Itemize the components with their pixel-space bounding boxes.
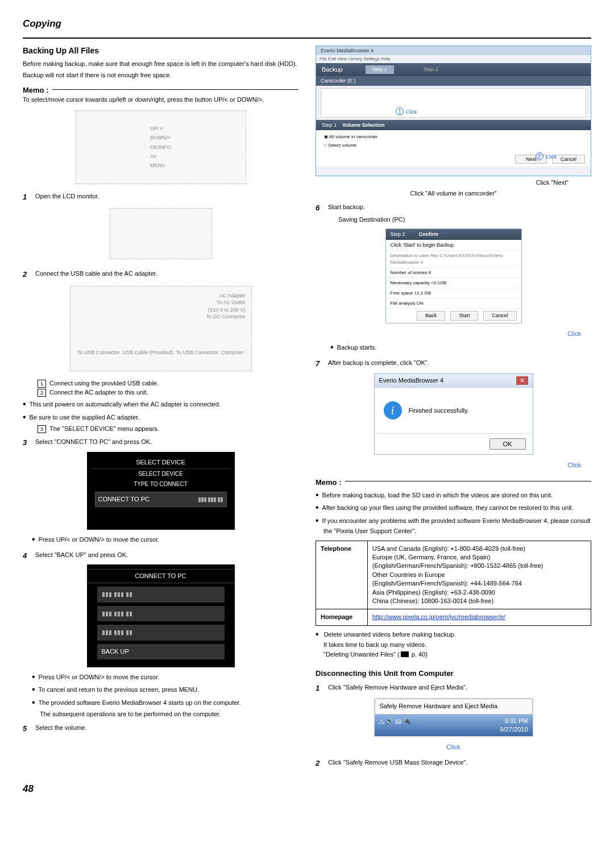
dc-label: To DC Connector [76,313,246,321]
back-button[interactable]: Back [417,311,445,321]
right-column: Everio MediaBrowser 4 File Edit View Lib… [316,45,591,771]
menu-button-label: MENU [150,161,171,170]
opt-all-volume[interactable]: ◉ All volume in camcorder [324,134,583,140]
backing-up-title: Backing Up All Files [23,45,298,57]
info-icon: i [384,401,402,420]
step1-tab[interactable]: Step 1 [366,65,394,74]
header-rule [23,38,591,39]
intro-2: Backup will not start if there is not en… [23,71,298,80]
lcd2-row-1[interactable]: ▮▮▮ ▮▮▮ ▮▮ [97,587,225,602]
tray-date: 9/27/2010 [500,726,528,733]
step-7-text: After backup is complete, click "OK". [328,359,591,369]
confirm-l2: Destination to save files C:\Users\XXXXX… [386,251,521,267]
click-next-caption: Click "Next" [316,178,591,187]
step-1-text: Open the LCD monitor. [35,192,298,202]
vol-sel-label: Volume Selection [342,122,384,128]
confirm-step2: Step 2 [391,231,405,238]
step4-bullet-1: Press UP/< or DOWN/> to move the cursor. [40,671,298,683]
step2-tab[interactable]: Step 2 [417,65,445,74]
lcd2-row-2[interactable]: ▮▮▮ ▮▮▮ ▮▮ [97,606,225,621]
substep-1: Connect using the provided USB cable. [49,380,159,387]
intro-1: Before making backup, make sure that eno… [23,60,298,68]
tray-time: 9:31 PM [505,717,528,724]
click-anno-ok: Click [316,459,591,471]
memo-label: Memo : [23,85,49,95]
step-4-num: 4 [23,551,35,561]
close-icon[interactable]: ✕ [516,376,528,385]
confirm-l6: File analysis ON [386,298,521,309]
start-button[interactable]: Start [450,311,478,321]
step-2-num: 2 [23,269,35,280]
backup-title: Backup [322,65,343,74]
step-4-text: Select "BACK UP" and press OK. [35,551,298,561]
memo-heading-row: Memo : [23,85,298,95]
telephone-value: USA and Canada (English): +1-800-458-402… [367,541,591,609]
click-anno-tray: Click [316,741,591,753]
lcd2-row-3[interactable]: ▮▮▮ ▮▮▮ ▮▮ [97,625,225,640]
step-1-num: 1 [23,192,35,202]
lcd1-sub1: SELECT DEVICE [92,469,230,479]
okinfo-button-label: OK/INFO [150,143,171,152]
up-button-label: UP/ < [150,124,171,133]
memo-heading-row-2: Memo : [316,477,591,488]
after-table-b1: Delete unwanted videos before making bac… [323,628,591,650]
backup-starts-bullet: Backup starts. [338,341,591,354]
confirm-l5: Free space 11.2 GB [386,288,521,298]
down-button-label: DOWN/> [150,133,171,142]
click-anno-start: Click [316,328,591,340]
lcd1-header: SELECT DEVICE [92,456,230,469]
homepage-link[interactable]: http://www.pixela.co.jp/oem/jvc/mediabro… [372,613,505,620]
dialog-message: Finished successfully. [409,406,469,415]
step-3-num: 3 [23,438,35,448]
disc-step-1-text: Click "Safely Remove Hardware and Eject … [328,683,591,693]
substep-1-num: 1 [38,380,46,388]
ok-button[interactable]: OK [489,438,526,450]
computer-label: Computer [221,349,244,356]
memo-label-2: Memo : [316,477,342,488]
page-number: 48 [23,782,591,796]
step-2-text: Connect the USB cable and the AC adapter… [35,269,298,280]
connect-to-pc-row[interactable]: CONNECT TO PC ▮▮▮ ▮▮▮ ▮▮ [95,492,227,507]
deleting-ref: "Deleting Unwanted Files" ( p. 40) [316,650,591,659]
saving-destination-label: Saving Destination (PC) [338,215,591,224]
homepage-label: Homepage [316,609,368,625]
substep-2-num: 2 [38,389,46,397]
left-column: Backing Up All Files Before making backu… [23,45,298,771]
memo-text: To select/move cursor towards up/left or… [23,95,298,104]
select-device-menu: SELECT DEVICE SELECT DEVICE TYPE TO CONN… [87,452,235,530]
step4-bullet-3: The provided software Everio MediaBrowse… [40,696,298,709]
dialog-title: Everio MediaBrowser 4 [379,376,444,385]
backup-row[interactable]: BACK UP [97,644,225,659]
tray-balloon[interactable]: Safely Remove Hardware and Eject Media [375,699,533,714]
reference-icon [401,651,409,657]
confirm-dialog-screenshot: Step 2Confirm Click 'Start' to begin Bac… [385,229,522,323]
menubar: File Edit View Library Settings Help [316,55,591,63]
thumbnail-pane [321,88,586,118]
disc-step-2-num: 2 [316,758,328,769]
ac-adapter-label: AC Adapter [76,292,246,300]
lcd1-sub2: TYPE TO CONNECT [92,479,230,489]
substep-3-num: 3 [38,425,46,433]
system-tray-figure: Safely Remove Hardware and Eject Media △… [374,698,533,737]
cancel-button[interactable]: Cancel [552,155,585,164]
open-lcd-figure [23,208,298,261]
substep-2: Connect the AC adapter to this unit. [49,389,148,396]
outlet-label: To AC Outlet [76,299,246,306]
step4-bullet-3-cont: The subsequent operations are to be perf… [23,710,298,719]
lcd1-row-label: CONNECT TO PC [98,495,150,504]
confirm-l1: Click 'Start' to begin Backup. [386,240,521,251]
conn-bullet-2: Be sure to use the supplied AC adapter. [31,411,298,423]
conn-bullet-1: This unit powers on automatically when t… [31,398,298,410]
opt-select-volume[interactable]: ○ Select volume [324,142,583,148]
memo2-b3: If you encounter any problems with the p… [323,514,591,536]
substep-3: The "SELECT DEVICE" menu appears. [49,425,159,432]
memo2-b2: After backing up your files using the pr… [323,501,591,514]
lcd2-header: CONNECT TO PC [87,569,235,583]
mediabrowser-screenshot: Everio MediaBrowser 4 File Edit View Lib… [316,45,591,176]
av-label: AV [150,153,156,159]
bars-icon: ▮▮▮ ▮▮▮ ▮▮ [198,495,223,504]
finished-dialog: Everio MediaBrowser 4 ✕ i Finished succe… [374,373,533,455]
camcorder-section: Camcorder (E:) [316,76,591,86]
telephone-label: Telephone [316,541,368,609]
cancel-button-2[interactable]: Cancel [483,311,516,321]
